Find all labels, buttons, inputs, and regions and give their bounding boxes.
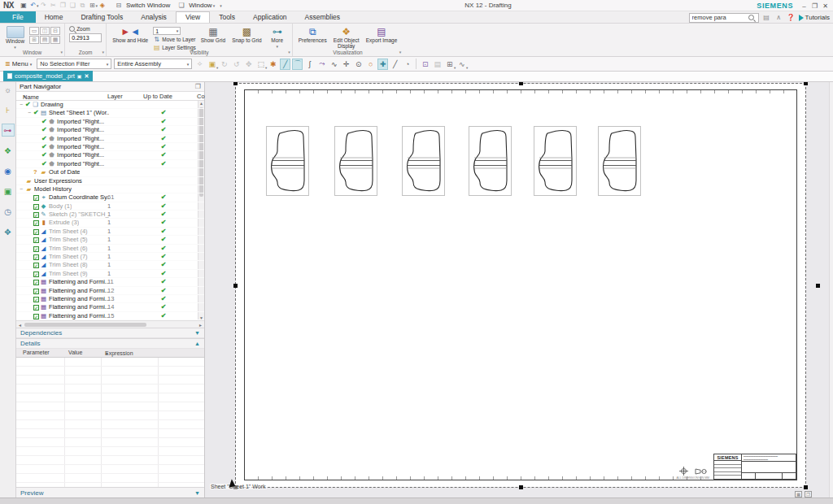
panel-dock-icon[interactable]: ❐: [195, 83, 201, 90]
tab-file[interactable]: File: [0, 11, 36, 23]
tab-analysis[interactable]: Analysis: [132, 11, 176, 23]
feature-checkbox[interactable]: ✓: [33, 314, 39, 319]
selection-scope-select[interactable]: Entire Assembly▾: [114, 59, 192, 69]
tree-row[interactable]: ✓◢ Trim Sheet (4)1✔: [16, 228, 204, 236]
drawing-view-2[interactable]: [334, 126, 377, 196]
tree-row[interactable]: ?▰ Out of Date: [16, 168, 204, 176]
tab-tools[interactable]: Tools: [210, 11, 244, 23]
tutorials-button[interactable]: Tutorials: [799, 14, 830, 21]
drawing-sheet[interactable]: SIEMENS ▬▬▬▬▬▬▬▬▬▬▬▬▬▬▬▬▬▬▬▬▬▬▬▬: [236, 84, 805, 487]
touch-mode-icon[interactable]: ◈: [98, 0, 107, 11]
tree-row[interactable]: ✔⬟ Imported "Right...✔: [16, 118, 204, 126]
window-layout-option-icon[interactable]: ◫: [40, 27, 50, 35]
orient-view-icon[interactable]: ↺: [231, 59, 242, 70]
reuse-library-icon[interactable]: ❖: [2, 144, 15, 157]
cut-icon[interactable]: ✂: [48, 0, 58, 11]
point-icon[interactable]: ✱: [268, 59, 278, 70]
history-icon[interactable]: ◷: [2, 205, 15, 218]
line-icon[interactable]: ╱: [280, 59, 290, 70]
document-tab[interactable]: composite_model_.prt ▣ ✕: [3, 71, 93, 81]
maximize-button[interactable]: ❐: [809, 1, 820, 11]
tab-assemblies[interactable]: Assemblies: [296, 11, 349, 23]
window-big-button[interactable]: Window ▾: [4, 25, 26, 50]
work-layer-select[interactable]: 1▾: [153, 27, 181, 35]
close-icon[interactable]: ✕: [84, 73, 89, 80]
tab-drafting-tools[interactable]: Drafting Tools: [72, 11, 132, 23]
feature-checkbox[interactable]: ✓: [33, 263, 39, 268]
feature-checkbox[interactable]: ✓: [33, 305, 39, 311]
zoom-button[interactable]: Zoom: [69, 25, 102, 33]
tree-row[interactable]: −✔▤ Sheet "Sheet 1" (Wor...✔: [16, 109, 204, 117]
tree-row[interactable]: ✔⬟ Imported "Right...✔: [16, 151, 204, 159]
search-icon[interactable]: [748, 15, 754, 20]
paste-icon[interactable]: ❏: [68, 0, 77, 11]
window-layout-option-icon[interactable]: ▭: [29, 27, 39, 35]
pan-view-icon[interactable]: ✥: [243, 59, 254, 70]
feature-checkbox[interactable]: ✓: [33, 272, 39, 277]
help-icon[interactable]: ❓: [787, 14, 796, 21]
feature-checkbox[interactable]: ✓: [33, 280, 39, 285]
history-palette-icon[interactable]: ▣: [2, 185, 15, 198]
spline-icon[interactable]: ʃ: [304, 59, 315, 70]
tree-row[interactable]: −✔❏ Drawing: [16, 101, 204, 109]
repeat-command-icon[interactable]: ⧉: [77, 0, 87, 11]
preferences-button[interactable]: ⧉ Preferences: [297, 25, 329, 45]
drawing-view-3[interactable]: [402, 126, 445, 196]
toolbar-overflow-icon[interactable]: ▾: [220, 3, 222, 8]
table-icon[interactable]: ⊞▾: [444, 59, 455, 70]
part-navigator-icon[interactable]: ⊶: [2, 124, 15, 137]
arc-icon[interactable]: ⌒: [292, 59, 303, 70]
rotate-view-icon[interactable]: ↻: [219, 59, 229, 70]
base-view-icon[interactable]: ⊡: [420, 59, 430, 70]
selection-handle[interactable]: [519, 485, 523, 489]
tree-row[interactable]: ✓▦ Flattening and Formi...11✔: [16, 278, 204, 286]
tree-row[interactable]: ✔⬟ Imported "Right...✔: [16, 135, 204, 143]
layout-toggle-icon[interactable]: ❐: [805, 491, 812, 497]
tree-row[interactable]: ✓◢ Trim Sheet (5)1✔: [16, 236, 204, 244]
drawing-view-5[interactable]: [534, 126, 577, 196]
grid-toggle-icon[interactable]: ▦: [795, 491, 802, 497]
tree-row[interactable]: ✔⬟ Imported "Right...✔: [16, 126, 204, 134]
feature-checkbox[interactable]: ✓: [33, 204, 39, 210]
ribbon-options-icon[interactable]: ▤: [762, 14, 771, 21]
tab-home[interactable]: Home: [36, 11, 72, 23]
tab-application[interactable]: Application: [244, 11, 296, 23]
window-layout-option-icon[interactable]: ⊞: [29, 36, 39, 44]
details-section[interactable]: Details ▲: [16, 338, 204, 349]
command-finder[interactable]: [689, 13, 759, 23]
web-browser-icon[interactable]: ◉: [2, 164, 15, 177]
snap-point-icon[interactable]: ⟡: [194, 59, 205, 70]
zoom-ratio-input[interactable]: [69, 33, 102, 42]
window-layout-option-icon[interactable]: ▦: [50, 36, 60, 44]
minimize-button[interactable]: –: [799, 1, 809, 11]
export-image-button[interactable]: ▤ Export Image: [364, 25, 399, 45]
tree-row[interactable]: ✓✎ Sketch (2) "SKETCH_...1✔: [16, 211, 204, 219]
feature-checkbox[interactable]: ✓: [33, 237, 39, 243]
preview-section[interactable]: Preview ▼: [16, 487, 204, 497]
snap-to-grid-button[interactable]: ▩ Snap to Grid: [230, 25, 264, 45]
show-grid-button[interactable]: ▦ Show Grid: [199, 25, 227, 45]
group-dialog-launcher-icon[interactable]: ▾: [61, 49, 63, 56]
image-icon[interactable]: ▤: [432, 59, 443, 70]
group-dialog-launcher-icon[interactable]: ▾: [102, 49, 105, 56]
redo-icon[interactable]: ↷: [38, 0, 48, 11]
pin-icon[interactable]: ▣: [77, 73, 82, 79]
selection-filter-select[interactable]: No Selection Filter▾: [37, 59, 111, 69]
command-finder-input[interactable]: [690, 14, 748, 21]
feature-checkbox[interactable]: ✓: [33, 212, 39, 218]
selection-handle[interactable]: [519, 82, 523, 85]
save-icon[interactable]: ▣: [19, 0, 28, 11]
feature-checkbox[interactable]: ✓: [33, 229, 39, 235]
canvas-scrollbar[interactable]: [829, 82, 833, 497]
plus-snap-icon[interactable]: ✚: [377, 59, 388, 70]
feature-checkbox[interactable]: ✓: [33, 246, 39, 252]
selection-handle[interactable]: [816, 284, 820, 288]
group-dialog-launcher-icon[interactable]: ▾: [399, 49, 402, 56]
feature-checkbox[interactable]: ✓: [33, 254, 39, 260]
switch-window-button[interactable]: ⊟ Switch Window: [114, 0, 170, 11]
ellipse-icon[interactable]: ○: [365, 59, 376, 70]
selection-handle[interactable]: [233, 284, 238, 288]
tree-row[interactable]: ✓◢ Trim Sheet (6)1✔: [16, 245, 204, 253]
drawing-view-1[interactable]: [266, 126, 309, 196]
assembly-navigator-icon[interactable]: ⊦: [2, 103, 15, 116]
